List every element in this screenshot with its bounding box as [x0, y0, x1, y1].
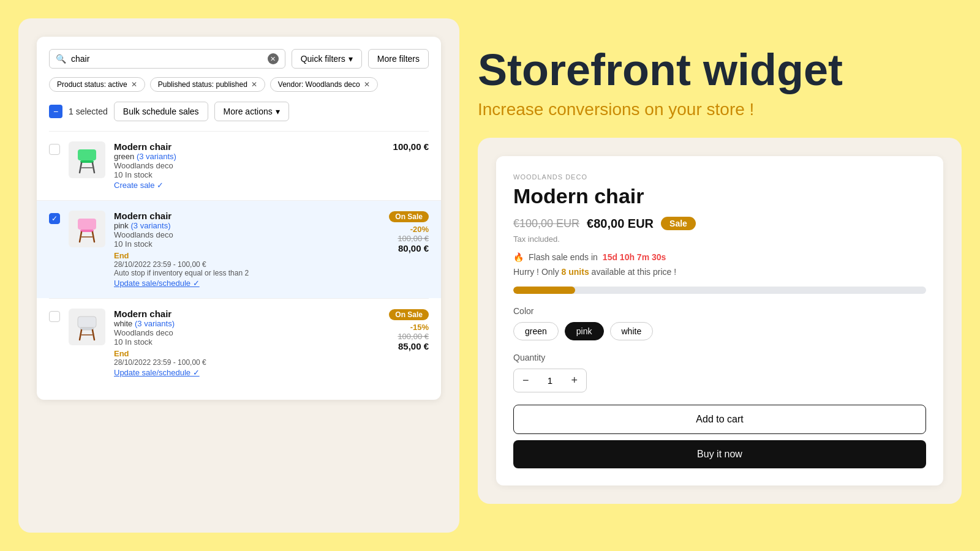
buy-now-button[interactable]: Buy it now: [513, 440, 926, 468]
filter-tag-vendor: Vendor: Woodlands deco ✕: [270, 77, 378, 92]
price-row: €100,00 EUR €80,00 EUR Sale: [513, 217, 926, 231]
sale-date-pink: 28/10/2022 23:59 - 100,00 €: [114, 260, 347, 269]
original-price-pink: 100,00 €: [355, 234, 429, 243]
quantity-control: − 1 +: [513, 369, 587, 392]
remove-filter-published[interactable]: ✕: [251, 80, 257, 89]
clear-search-button[interactable]: ✕: [268, 53, 279, 64]
svg-rect-5: [78, 219, 96, 230]
product-info-white: Modern chair white (3 variants) Woodland…: [114, 309, 347, 378]
hurry-row: Hurry ! Only 8 units available at this p…: [513, 267, 926, 277]
product-image-green: [69, 141, 105, 178]
update-sale-link-white[interactable]: Update sale/schedule ✓: [114, 368, 200, 377]
product-image-pink: [69, 211, 105, 247]
quantity-decrease-button[interactable]: −: [514, 369, 538, 392]
storefront-widget: WOODLANDS DECO Modern chair €100,00 EUR …: [496, 156, 943, 485]
product-price-pink: On Sale -20% 100,00 € 80,00 €: [355, 211, 429, 253]
sale-note-pink: Auto stop if inventory equal or less tha…: [114, 269, 347, 277]
svg-rect-0: [78, 149, 96, 160]
svg-rect-1: [80, 160, 94, 163]
admin-panel: 🔍 ✕ Quick filters ▾ More filters Product…: [18, 18, 459, 533]
sale-date-white: 28/10/2022 23:59 - 100,00 €: [114, 358, 347, 367]
progress-fill: [513, 287, 575, 294]
sale-discount-pink: -20%: [355, 225, 429, 234]
svg-line-2: [80, 163, 81, 173]
remove-filter-status[interactable]: ✕: [131, 80, 137, 89]
more-filters-button[interactable]: More filters: [368, 49, 429, 69]
on-sale-badge-white: On Sale: [389, 309, 429, 320]
bulk-schedule-button[interactable]: Bulk schedule sales: [114, 102, 208, 121]
product-info-green: Modern chair green (3 variants) Woodland…: [114, 141, 347, 190]
current-price: €80,00 EUR: [587, 217, 654, 231]
sale-badge: Sale: [661, 217, 696, 230]
product-name-green: Modern chair: [114, 141, 347, 152]
svg-rect-10: [78, 317, 96, 328]
quick-filters-button[interactable]: Quick filters ▾: [292, 49, 362, 69]
product-stock-white: 10 In stock: [114, 337, 347, 347]
product-row-pink: ✓ Modern chair pink (3 variants) Woodlan…: [37, 200, 441, 298]
color-option-white[interactable]: white: [610, 322, 654, 340]
search-box[interactable]: 🔍 ✕: [49, 49, 285, 69]
storefront-card: WOODLANDS DECO Modern chair €100,00 EUR …: [478, 138, 962, 504]
svg-rect-11: [80, 328, 94, 330]
color-option-green[interactable]: green: [513, 322, 559, 340]
variants-link-green[interactable]: (3 variants): [137, 152, 176, 161]
add-to-cart-button[interactable]: Add to cart: [513, 405, 926, 434]
checkbox-white[interactable]: [49, 311, 60, 322]
stock-progress-bar: [513, 287, 926, 294]
color-label: Color: [513, 306, 926, 316]
create-sale-link-green[interactable]: Create sale ✓: [114, 181, 164, 190]
product-variant-green: green (3 variants): [114, 152, 347, 161]
product-stock-pink: 10 In stock: [114, 239, 347, 249]
bulk-actions-row: − 1 selected Bulk schedule sales More ac…: [49, 102, 429, 121]
more-actions-button[interactable]: More actions ▾: [214, 102, 289, 121]
remove-filter-vendor[interactable]: ✕: [364, 80, 370, 89]
product-vendor-pink: Woodlands deco: [114, 230, 347, 239]
quantity-value: 1: [538, 375, 563, 386]
update-sale-link-pink[interactable]: Update sale/schedule ✓: [114, 279, 200, 288]
right-panel: Storefront widget Increase conversions o…: [459, 18, 962, 533]
flash-sale-row: 🔥 Flash sale ends in 15d 10h 7m 30s: [513, 252, 926, 262]
svg-line-12: [80, 330, 81, 340]
product-variant-pink: pink (3 variants): [114, 221, 347, 230]
product-row-white: Modern chair white (3 variants) Woodland…: [49, 298, 429, 388]
sale-price-white: 85,00 €: [355, 341, 429, 351]
checkbox-green[interactable]: [49, 144, 60, 155]
search-row: 🔍 ✕ Quick filters ▾ More filters: [49, 49, 429, 69]
variants-link-pink[interactable]: (3 variants): [130, 221, 170, 230]
search-input[interactable]: [71, 54, 263, 64]
search-icon: 🔍: [56, 54, 66, 64]
storefront-product-title: Modern chair: [513, 184, 926, 208]
product-price-green: 100,00 €: [355, 141, 429, 152]
chevron-down-icon: ▾: [349, 54, 353, 64]
variants-link-white[interactable]: (3 variants): [135, 319, 175, 328]
product-price-white: On Sale -15% 100,00 € 85,00 €: [355, 309, 429, 351]
quantity-label: Quantity: [513, 353, 926, 362]
checkbox-pink[interactable]: ✓: [49, 213, 60, 224]
svg-line-13: [92, 330, 94, 340]
select-all-checkbox[interactable]: −: [49, 105, 62, 118]
product-info-pink: Modern chair pink (3 variants) Woodlands…: [114, 211, 347, 288]
original-price-white: 100,00 €: [355, 332, 429, 341]
color-option-pink[interactable]: pink: [565, 322, 604, 340]
filter-tag-status: Product status: active ✕: [49, 77, 145, 92]
color-options: green pink white: [513, 322, 926, 340]
sale-end-pink: End: [114, 251, 347, 260]
hero-title: Storefront widget: [478, 47, 962, 94]
svg-rect-6: [80, 230, 94, 232]
vendor-label: WOODLANDS DECO: [513, 173, 926, 181]
product-admin-card: 🔍 ✕ Quick filters ▾ More filters Product…: [37, 37, 441, 400]
hero-subtitle: Increase conversions on your store !: [478, 100, 962, 119]
quantity-increase-button[interactable]: +: [562, 369, 586, 392]
svg-line-3: [92, 163, 94, 173]
chevron-down-icon: ▾: [276, 107, 280, 116]
sale-discount-white: -15%: [355, 323, 429, 332]
product-vendor-white: Woodlands deco: [114, 328, 347, 337]
fire-icon: 🔥: [513, 252, 524, 262]
original-price: €100,00 EUR: [513, 217, 579, 230]
product-stock-green: 10 In stock: [114, 170, 347, 179]
on-sale-badge-pink: On Sale: [389, 211, 429, 222]
selected-count: 1 selected: [69, 107, 108, 116]
filter-tags: Product status: active ✕ Published statu…: [49, 77, 429, 92]
countdown-timer: 15d 10h 7m 30s: [603, 252, 666, 262]
product-vendor-green: Woodlands deco: [114, 161, 347, 170]
